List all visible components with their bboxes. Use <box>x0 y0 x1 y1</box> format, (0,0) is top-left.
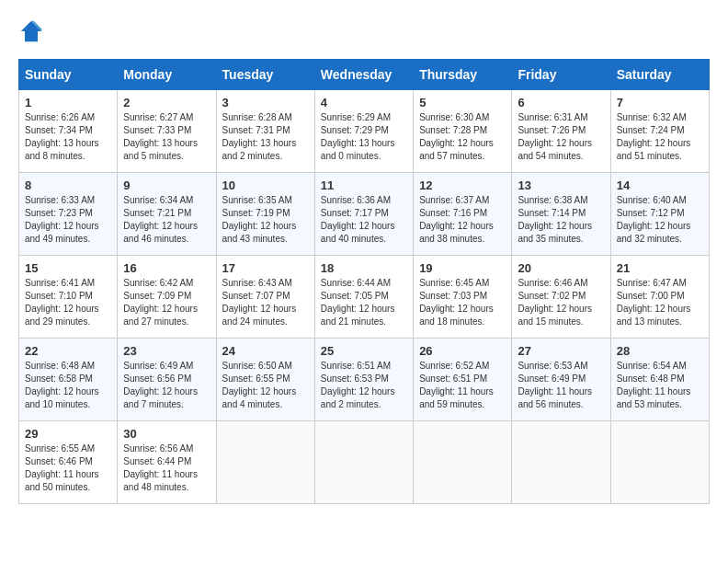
day-info: Sunrise: 6:42 AM Sunset: 7:09 PM Dayligh… <box>123 277 210 328</box>
day-info: Sunrise: 6:36 AM Sunset: 7:17 PM Dayligh… <box>321 194 407 246</box>
day-info: Sunrise: 6:41 AM Sunset: 7:10 PM Dayligh… <box>25 277 111 328</box>
day-number: 13 <box>518 178 604 192</box>
day-number: 8 <box>25 178 111 192</box>
day-number: 9 <box>123 178 210 192</box>
calendar-day-cell: 7 Sunrise: 6:32 AM Sunset: 7:24 PM Dayli… <box>610 90 709 173</box>
weekday-header-saturday: Saturday <box>610 60 709 90</box>
day-number: 7 <box>617 96 703 109</box>
day-info: Sunrise: 6:35 AM Sunset: 7:19 PM Dayligh… <box>222 194 309 246</box>
weekday-header-row: SundayMondayTuesdayWednesdayThursdayFrid… <box>19 60 710 90</box>
calendar-table: SundayMondayTuesdayWednesdayThursdayFrid… <box>18 59 710 504</box>
day-number: 19 <box>419 261 506 275</box>
logo-icon <box>18 18 44 44</box>
weekday-header-monday: Monday <box>118 60 216 90</box>
day-number: 16 <box>123 261 210 275</box>
day-info: Sunrise: 6:47 AM Sunset: 7:00 PM Dayligh… <box>617 277 703 328</box>
day-info: Sunrise: 6:27 AM Sunset: 7:33 PM Dayligh… <box>123 111 210 163</box>
day-number: 21 <box>617 261 703 275</box>
calendar-week-row: 1 Sunrise: 6:26 AM Sunset: 7:34 PM Dayli… <box>19 90 710 173</box>
calendar-week-row: 29 Sunrise: 6:55 AM Sunset: 6:46 PM Dayl… <box>19 421 710 504</box>
calendar-day-cell: 3 Sunrise: 6:28 AM Sunset: 7:31 PM Dayli… <box>216 90 314 173</box>
day-info: Sunrise: 6:46 AM Sunset: 7:02 PM Dayligh… <box>518 277 604 328</box>
weekday-header-friday: Friday <box>512 60 610 90</box>
page-header <box>18 18 710 44</box>
day-number: 27 <box>518 344 604 358</box>
day-info: Sunrise: 6:37 AM Sunset: 7:16 PM Dayligh… <box>419 194 506 246</box>
calendar-day-cell: 4 Sunrise: 6:29 AM Sunset: 7:29 PM Dayli… <box>314 90 413 173</box>
day-info: Sunrise: 6:38 AM Sunset: 7:14 PM Dayligh… <box>518 194 604 246</box>
day-info: Sunrise: 6:45 AM Sunset: 7:03 PM Dayligh… <box>419 277 506 328</box>
calendar-day-cell: 23 Sunrise: 6:49 AM Sunset: 6:56 PM Dayl… <box>118 339 216 421</box>
day-number: 17 <box>222 261 309 275</box>
calendar-day-cell: 6 Sunrise: 6:31 AM Sunset: 7:26 PM Dayli… <box>512 90 610 173</box>
day-number: 18 <box>321 261 407 275</box>
day-number: 28 <box>617 344 703 358</box>
calendar-day-cell: 14 Sunrise: 6:40 AM Sunset: 7:12 PM Dayl… <box>610 173 709 256</box>
day-number: 20 <box>518 261 604 275</box>
weekday-header-thursday: Thursday <box>414 60 512 90</box>
day-info: Sunrise: 6:48 AM Sunset: 6:58 PM Dayligh… <box>25 360 111 411</box>
day-info: Sunrise: 6:32 AM Sunset: 7:24 PM Dayligh… <box>617 111 703 163</box>
day-number: 25 <box>321 344 407 358</box>
day-info: Sunrise: 6:51 AM Sunset: 6:53 PM Dayligh… <box>321 360 407 411</box>
weekday-header-wednesday: Wednesday <box>314 60 413 90</box>
calendar-day-cell: 20 Sunrise: 6:46 AM Sunset: 7:02 PM Dayl… <box>512 256 610 339</box>
calendar-day-cell: 29 Sunrise: 6:55 AM Sunset: 6:46 PM Dayl… <box>19 421 118 504</box>
day-info: Sunrise: 6:34 AM Sunset: 7:21 PM Dayligh… <box>123 194 210 246</box>
day-info: Sunrise: 6:54 AM Sunset: 6:48 PM Dayligh… <box>617 360 703 411</box>
weekday-header-tuesday: Tuesday <box>216 60 314 90</box>
day-number: 23 <box>123 344 210 358</box>
calendar-day-cell: 10 Sunrise: 6:35 AM Sunset: 7:19 PM Dayl… <box>216 173 314 256</box>
calendar-day-cell: 12 Sunrise: 6:37 AM Sunset: 7:16 PM Dayl… <box>414 173 512 256</box>
calendar-week-row: 15 Sunrise: 6:41 AM Sunset: 7:10 PM Dayl… <box>19 256 710 339</box>
calendar-day-cell <box>610 421 709 504</box>
logo <box>18 18 48 44</box>
day-info: Sunrise: 6:52 AM Sunset: 6:51 PM Dayligh… <box>419 360 506 411</box>
day-info: Sunrise: 6:40 AM Sunset: 7:12 PM Dayligh… <box>617 194 703 246</box>
weekday-header-sunday: Sunday <box>19 60 118 90</box>
calendar-day-cell: 25 Sunrise: 6:51 AM Sunset: 6:53 PM Dayl… <box>314 339 413 421</box>
calendar-day-cell: 22 Sunrise: 6:48 AM Sunset: 6:58 PM Dayl… <box>19 339 118 421</box>
calendar-day-cell: 5 Sunrise: 6:30 AM Sunset: 7:28 PM Dayli… <box>414 90 512 173</box>
calendar-day-cell: 30 Sunrise: 6:56 AM Sunset: 6:44 PM Dayl… <box>118 421 216 504</box>
calendar-day-cell: 18 Sunrise: 6:44 AM Sunset: 7:05 PM Dayl… <box>314 256 413 339</box>
day-info: Sunrise: 6:44 AM Sunset: 7:05 PM Dayligh… <box>321 277 407 328</box>
calendar-day-cell <box>216 421 314 504</box>
day-number: 22 <box>25 344 111 358</box>
day-info: Sunrise: 6:56 AM Sunset: 6:44 PM Dayligh… <box>123 442 210 494</box>
calendar-day-cell: 1 Sunrise: 6:26 AM Sunset: 7:34 PM Dayli… <box>19 90 118 173</box>
day-info: Sunrise: 6:50 AM Sunset: 6:55 PM Dayligh… <box>222 360 309 411</box>
day-number: 30 <box>123 427 210 441</box>
day-number: 29 <box>25 427 111 441</box>
calendar-day-cell: 21 Sunrise: 6:47 AM Sunset: 7:00 PM Dayl… <box>610 256 709 339</box>
day-number: 1 <box>25 96 111 109</box>
calendar-day-cell: 28 Sunrise: 6:54 AM Sunset: 6:48 PM Dayl… <box>610 339 709 421</box>
day-number: 3 <box>222 96 309 109</box>
calendar-day-cell <box>314 421 413 504</box>
calendar-day-cell: 17 Sunrise: 6:43 AM Sunset: 7:07 PM Dayl… <box>216 256 314 339</box>
calendar-day-cell: 8 Sunrise: 6:33 AM Sunset: 7:23 PM Dayli… <box>19 173 118 256</box>
day-number: 10 <box>222 178 309 192</box>
calendar-day-cell: 13 Sunrise: 6:38 AM Sunset: 7:14 PM Dayl… <box>512 173 610 256</box>
day-info: Sunrise: 6:43 AM Sunset: 7:07 PM Dayligh… <box>222 277 309 328</box>
day-info: Sunrise: 6:53 AM Sunset: 6:49 PM Dayligh… <box>518 360 604 411</box>
day-number: 6 <box>518 96 604 109</box>
calendar-day-cell: 11 Sunrise: 6:36 AM Sunset: 7:17 PM Dayl… <box>314 173 413 256</box>
calendar-week-row: 8 Sunrise: 6:33 AM Sunset: 7:23 PM Dayli… <box>19 173 710 256</box>
calendar-day-cell <box>414 421 512 504</box>
svg-marker-0 <box>21 21 41 41</box>
day-info: Sunrise: 6:55 AM Sunset: 6:46 PM Dayligh… <box>25 442 111 494</box>
day-number: 14 <box>617 178 703 192</box>
day-info: Sunrise: 6:49 AM Sunset: 6:56 PM Dayligh… <box>123 360 210 411</box>
calendar-day-cell: 9 Sunrise: 6:34 AM Sunset: 7:21 PM Dayli… <box>118 173 216 256</box>
day-number: 4 <box>321 96 407 109</box>
day-number: 12 <box>419 178 506 192</box>
calendar-day-cell: 15 Sunrise: 6:41 AM Sunset: 7:10 PM Dayl… <box>19 256 118 339</box>
day-info: Sunrise: 6:28 AM Sunset: 7:31 PM Dayligh… <box>222 111 309 163</box>
day-info: Sunrise: 6:30 AM Sunset: 7:28 PM Dayligh… <box>419 111 506 163</box>
day-number: 15 <box>25 261 111 275</box>
calendar-day-cell: 16 Sunrise: 6:42 AM Sunset: 7:09 PM Dayl… <box>118 256 216 339</box>
calendar-day-cell: 24 Sunrise: 6:50 AM Sunset: 6:55 PM Dayl… <box>216 339 314 421</box>
calendar-day-cell <box>512 421 610 504</box>
day-number: 5 <box>419 96 506 109</box>
